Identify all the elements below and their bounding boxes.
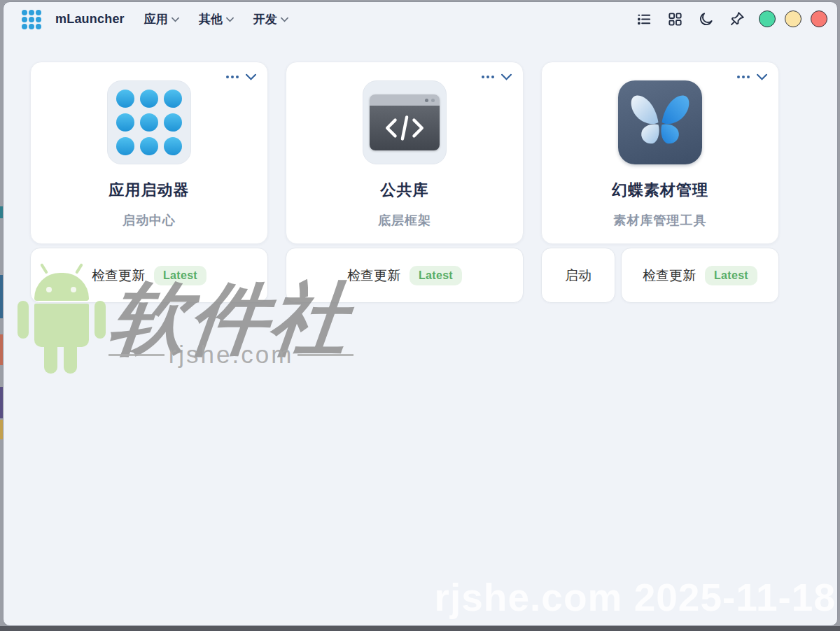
menu-others[interactable]: 其他 <box>199 11 234 27</box>
card-subtitle: 底层框架 <box>286 212 523 229</box>
app-icon-grid-dots <box>107 80 191 164</box>
check-update-label: 检查更新 <box>347 267 400 285</box>
check-update-button[interactable]: 检查更新 Latest <box>286 248 524 303</box>
titlebar: mLauncher 应用 其他 开发 <box>4 2 837 36</box>
chevron-down-icon <box>226 17 234 22</box>
app-card-butterfly: 幻蝶素材管理 素材库管理工具 启动 检查更新 Latest <box>541 62 779 303</box>
maximize-button[interactable] <box>785 10 802 27</box>
card-more-icon[interactable] <box>482 76 494 78</box>
app-card-list: 应用启动器 启动中心 检查更新 Latest <box>30 62 779 303</box>
card-more-icon[interactable] <box>737 76 750 78</box>
mlauncher-window: mLauncher 应用 其他 开发 <box>3 1 838 626</box>
check-update-label: 检查更新 <box>92 267 145 285</box>
launch-label: 启动 <box>565 267 592 285</box>
grid-view-icon[interactable] <box>667 11 683 27</box>
site-url-watermark: rjshe.com <box>108 341 354 369</box>
card-body: 公共库 底层框架 <box>286 62 524 244</box>
app-icon-butterfly <box>618 80 702 164</box>
latest-badge: Latest <box>705 266 757 285</box>
app-card-commonlib: 公共库 底层框架 检查更新 Latest <box>286 62 524 303</box>
footer-date-watermark: rjshe.com 2025-11-18 <box>435 575 836 620</box>
latest-badge: Latest <box>154 266 206 285</box>
titlebar-tools <box>636 10 746 27</box>
card-body: 幻蝶素材管理 素材库管理工具 <box>541 62 779 244</box>
latest-badge: Latest <box>410 266 462 285</box>
app-title: mLauncher <box>55 12 125 27</box>
menu-others-label: 其他 <box>199 11 223 27</box>
card-subtitle: 启动中心 <box>31 212 267 229</box>
card-title: 幻蝶素材管理 <box>542 180 778 201</box>
desktop-taskbar-edge <box>0 626 840 631</box>
menu-apps-label: 应用 <box>144 11 168 27</box>
check-update-button[interactable]: 检查更新 Latest <box>621 248 779 303</box>
card-expand-icon[interactable] <box>757 73 767 80</box>
chevron-down-icon <box>281 17 288 22</box>
card-subtitle: 素材库管理工具 <box>542 212 778 229</box>
dark-mode-moon-icon[interactable] <box>698 11 714 27</box>
list-view-icon[interactable] <box>636 11 652 27</box>
app-icon-code-window <box>363 80 447 164</box>
app-logo-grid-icon <box>22 10 41 29</box>
pin-icon[interactable] <box>729 10 746 27</box>
card-expand-icon[interactable] <box>501 73 512 80</box>
launch-button[interactable]: 启动 <box>541 248 615 303</box>
card-body: 应用启动器 启动中心 <box>30 62 268 244</box>
traffic-lights <box>759 10 827 27</box>
close-button[interactable] <box>811 10 827 27</box>
check-update-button[interactable]: 检查更新 Latest <box>30 248 268 303</box>
check-update-label: 检查更新 <box>643 267 696 285</box>
card-title: 应用启动器 <box>31 180 267 201</box>
menu-dev[interactable]: 开发 <box>253 11 288 27</box>
card-title: 公共库 <box>286 180 523 201</box>
card-more-icon[interactable] <box>226 76 239 78</box>
card-expand-icon[interactable] <box>246 73 256 80</box>
app-card-launcher: 应用启动器 启动中心 检查更新 Latest <box>30 62 268 303</box>
chevron-down-icon <box>172 17 179 22</box>
menu-dev-label: 开发 <box>253 11 277 27</box>
menu-apps[interactable]: 应用 <box>144 11 179 27</box>
minimize-button[interactable] <box>759 10 776 27</box>
site-url-text: rjshe.com <box>169 341 294 369</box>
